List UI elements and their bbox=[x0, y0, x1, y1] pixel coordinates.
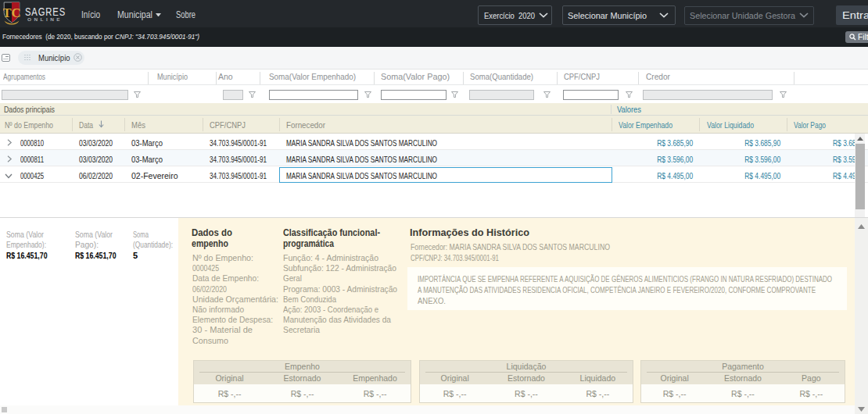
svg-text:TC: TC bbox=[3, 5, 20, 20]
